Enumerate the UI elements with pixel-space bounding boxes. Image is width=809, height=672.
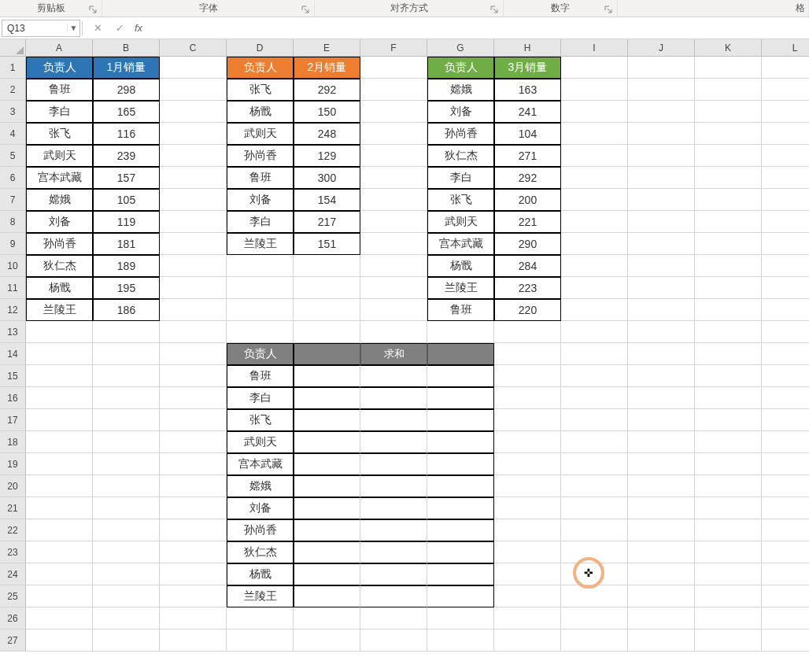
cell[interactable] bbox=[628, 497, 695, 519]
cell[interactable] bbox=[561, 365, 628, 387]
cell[interactable] bbox=[695, 519, 762, 541]
cell[interactable]: 杨戬 bbox=[427, 255, 494, 277]
column-header[interactable]: D bbox=[227, 39, 294, 57]
cell[interactable] bbox=[160, 233, 227, 255]
row-header[interactable]: 12 bbox=[0, 299, 26, 321]
cell[interactable] bbox=[160, 211, 227, 233]
cell[interactable] bbox=[294, 387, 360, 409]
cell[interactable] bbox=[762, 541, 809, 563]
cell[interactable] bbox=[762, 343, 809, 365]
cell[interactable] bbox=[160, 299, 227, 321]
cell[interactable] bbox=[26, 453, 93, 475]
row-header[interactable]: 21 bbox=[0, 497, 26, 519]
column-header[interactable]: J bbox=[628, 39, 695, 57]
cell[interactable]: 张飞 bbox=[427, 189, 494, 211]
column-header[interactable]: G bbox=[427, 39, 494, 57]
cell[interactable] bbox=[494, 585, 561, 607]
cell[interactable] bbox=[360, 123, 427, 145]
cell[interactable] bbox=[160, 79, 227, 101]
cell[interactable] bbox=[160, 387, 227, 409]
cell[interactable]: 狄仁杰 bbox=[26, 255, 93, 277]
cell[interactable] bbox=[294, 475, 360, 497]
row-header[interactable]: 27 bbox=[0, 630, 26, 652]
cell[interactable]: 张飞 bbox=[227, 79, 294, 101]
cell[interactable] bbox=[294, 541, 360, 563]
row-header[interactable]: 19 bbox=[0, 453, 26, 475]
cell[interactable] bbox=[762, 431, 809, 453]
cell[interactable] bbox=[427, 541, 494, 563]
column-header[interactable]: A bbox=[26, 39, 93, 57]
cell[interactable] bbox=[762, 233, 809, 255]
row-header[interactable]: 4 bbox=[0, 123, 26, 145]
cell[interactable]: 嫦娥 bbox=[427, 79, 494, 101]
cell[interactable] bbox=[93, 630, 160, 652]
cell[interactable] bbox=[628, 167, 695, 189]
cell[interactable] bbox=[561, 233, 628, 255]
cell[interactable] bbox=[561, 299, 628, 321]
cell[interactable] bbox=[628, 321, 695, 343]
cell[interactable]: 292 bbox=[294, 79, 360, 101]
cell[interactable]: 宫本武藏 bbox=[26, 167, 93, 189]
cell[interactable] bbox=[561, 321, 628, 343]
accept-formula-icon[interactable]: ✓ bbox=[113, 22, 127, 34]
cell[interactable] bbox=[160, 630, 227, 652]
cell[interactable]: 负责人 bbox=[227, 343, 294, 365]
cell[interactable] bbox=[494, 563, 561, 585]
cell[interactable] bbox=[628, 145, 695, 167]
cell[interactable] bbox=[494, 431, 561, 453]
cell[interactable] bbox=[695, 277, 762, 299]
cell[interactable] bbox=[294, 255, 360, 277]
cell[interactable]: 刘备 bbox=[427, 101, 494, 123]
cell[interactable]: 284 bbox=[494, 255, 561, 277]
row-header[interactable]: 3 bbox=[0, 101, 26, 123]
cell[interactable] bbox=[26, 519, 93, 541]
cell[interactable]: 孙尚香 bbox=[427, 123, 494, 145]
row-header[interactable]: 18 bbox=[0, 431, 26, 453]
cell[interactable] bbox=[762, 79, 809, 101]
cell[interactable] bbox=[494, 519, 561, 541]
cell[interactable] bbox=[628, 563, 695, 585]
cell[interactable] bbox=[494, 541, 561, 563]
row-header[interactable]: 15 bbox=[0, 365, 26, 387]
cell[interactable] bbox=[160, 321, 227, 343]
cell[interactable] bbox=[762, 145, 809, 167]
cell[interactable] bbox=[695, 321, 762, 343]
cell[interactable] bbox=[427, 475, 494, 497]
cell[interactable]: 狄仁杰 bbox=[227, 541, 294, 563]
row-header[interactable]: 16 bbox=[0, 387, 26, 409]
cell[interactable] bbox=[26, 365, 93, 387]
cell[interactable] bbox=[160, 123, 227, 145]
cell[interactable] bbox=[561, 563, 628, 585]
cell[interactable] bbox=[628, 343, 695, 365]
cell[interactable] bbox=[695, 57, 762, 79]
cell[interactable]: 220 bbox=[494, 299, 561, 321]
row-header[interactable]: 1 bbox=[0, 57, 26, 79]
cell[interactable]: 李白 bbox=[26, 101, 93, 123]
cell[interactable] bbox=[628, 630, 695, 652]
cell[interactable] bbox=[160, 519, 227, 541]
cell[interactable]: 鲁班 bbox=[227, 167, 294, 189]
cell[interactable]: 200 bbox=[494, 189, 561, 211]
cell[interactable] bbox=[762, 57, 809, 79]
cell[interactable]: 105 bbox=[93, 189, 160, 211]
row-header[interactable]: 22 bbox=[0, 519, 26, 541]
cell[interactable]: 狄仁杰 bbox=[427, 145, 494, 167]
cell[interactable] bbox=[160, 453, 227, 475]
cell[interactable]: 李白 bbox=[227, 211, 294, 233]
cell[interactable] bbox=[695, 123, 762, 145]
column-header[interactable]: F bbox=[360, 39, 427, 57]
cell[interactable] bbox=[93, 343, 160, 365]
column-header[interactable]: L bbox=[762, 39, 809, 57]
cell[interactable] bbox=[762, 409, 809, 431]
cell[interactable]: 兰陵王 bbox=[227, 233, 294, 255]
cell[interactable] bbox=[360, 343, 427, 365]
column-header[interactable]: B bbox=[93, 39, 160, 57]
cell[interactable] bbox=[160, 563, 227, 585]
cell[interactable] bbox=[360, 563, 427, 585]
cell[interactable] bbox=[294, 365, 360, 387]
cell[interactable] bbox=[26, 541, 93, 563]
cell[interactable] bbox=[561, 431, 628, 453]
cell[interactable]: 290 bbox=[494, 233, 561, 255]
cell[interactable] bbox=[360, 299, 427, 321]
cell[interactable]: 鲁班 bbox=[427, 299, 494, 321]
